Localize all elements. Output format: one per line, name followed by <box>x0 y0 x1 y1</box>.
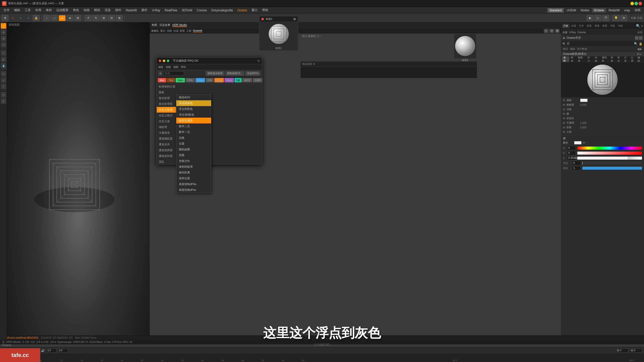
rrq-minimize-btn[interactable] <box>163 60 165 62</box>
menu-plugin2[interactable]: 插件 <box>139 8 149 13</box>
prop-lock-icon[interactable]: 🔒 <box>639 42 642 46</box>
menu-greyscale[interactable]: Greyscalegorilla <box>209 8 235 13</box>
menu-volume[interactable]: 体积 <box>44 8 54 13</box>
sidebar-cut[interactable]: ✂ <box>1 71 6 77</box>
rrq-tb-btn1[interactable]: ≡ <box>158 71 162 75</box>
sidebar-select[interactable]: ↗ <box>1 23 6 29</box>
menu-plugin[interactable]: 插件 <box>113 8 123 13</box>
toolbar-redo[interactable]: ↻ <box>92 15 99 21</box>
subtab-filter[interactable]: 过滤 <box>173 29 178 33</box>
right-nav-view3[interactable]: 查看 <box>601 24 609 28</box>
tab-hdr[interactable]: HDR Studio <box>172 23 187 27</box>
right-sub-create[interactable]: 创建 <box>562 31 568 34</box>
menu-render[interactable]: 渲染 <box>103 8 113 13</box>
dd-item-rel-dist[interactable]: 相对距离 <box>176 170 211 175</box>
v-input[interactable]: 0.954687 <box>567 156 576 160</box>
toolbar-renderreg[interactable]: ▷ <box>594 15 601 21</box>
mat-prev-close[interactable] <box>261 18 264 20</box>
tl-current-frame[interactable]: 0 F <box>58 349 68 352</box>
tl-btn-audio[interactable]: 🔊 <box>41 349 45 353</box>
sidebar-magnet[interactable]: ⊙ <box>1 92 6 98</box>
sidebar-rotate[interactable]: ↺ <box>1 42 6 48</box>
color-edit-icon[interactable]: ✏ <box>583 141 586 145</box>
rrq-menu-help[interactable]: 帮助 <box>181 65 186 69</box>
dd-item-gradient[interactable]: 渐变生成器 <box>176 118 211 123</box>
menu-redshift[interactable]: Redshift <box>124 8 139 13</box>
dd-item-float-color[interactable]: 浮点到彩色 <box>176 106 211 112</box>
dd-item-float3-color[interactable]: 浮点3到彩色 <box>176 112 211 118</box>
tab-render[interactable]: 渲染故事 <box>159 23 170 27</box>
maximize-button[interactable] <box>634 2 638 5</box>
subtab-redshift[interactable]: Redshift <box>193 29 202 32</box>
menu-octane2[interactable]: Octane <box>592 8 606 13</box>
toolbar-point[interactable]: ⊞ <box>74 15 81 21</box>
sidebar-bridge[interactable]: ⌇ <box>1 84 6 89</box>
sidebar-scale[interactable]: ⊞ <box>1 36 6 41</box>
menu-anim[interactable]: 动画 <box>632 8 642 13</box>
menu-corona[interactable]: Corona <box>195 8 209 13</box>
sky-lock-btn[interactable] <box>639 36 642 40</box>
tl-end-frame[interactable]: 90 F <box>615 349 628 352</box>
subtab-ray[interactable]: 光线 <box>167 29 172 33</box>
rrq-get-mat[interactable]: 获取激活材质 <box>206 71 224 76</box>
toolbar-z[interactable]: Z <box>25 15 32 21</box>
subtab-normal[interactable]: 法线 <box>594 57 600 62</box>
arrow-left[interactable]: ◀ <box>637 47 639 51</box>
menu-tools[interactable]: 工具 <box>23 8 33 13</box>
rrq-close-btn[interactable] <box>159 60 161 62</box>
sat-gradient-bar[interactable] <box>577 152 642 155</box>
toolbar-grid[interactable]: ⊞ <box>100 15 107 21</box>
mat-prev-dot[interactable] <box>293 18 296 20</box>
menu-simulate[interactable]: 模拟 <box>92 8 102 13</box>
subtab-project[interactable]: 工程 <box>186 29 191 33</box>
arrow-right[interactable]: ▶ <box>640 47 642 51</box>
toolbar-settings[interactable]: ⚙ <box>620 15 627 21</box>
rrq-render-aovs[interactable]: 渲染AOVs <box>245 71 260 76</box>
rrq-get-tag[interactable]: 获取标签/对... <box>225 71 244 76</box>
rrq-item-0[interactable]: 标准体积介质 <box>157 84 182 89</box>
dd-item-range[interactable]: 范围 <box>176 152 211 158</box>
dd-item-aov[interactable]: 插括AOV <box>176 95 211 100</box>
dd-item-surf-dpdv[interactable]: 表面切线dPdv <box>176 187 211 193</box>
sidebar-move[interactable]: ⊕ <box>1 29 6 35</box>
center-tb-btn3[interactable]: ⊞ <box>555 29 559 33</box>
right-sub-vray[interactable]: V-Ray <box>569 31 576 34</box>
subtab-display[interactable]: 显示 <box>160 29 165 33</box>
menu-nodes[interactable]: Nodes <box>579 8 591 13</box>
sidebar-smooth[interactable]: ◎ <box>1 98 6 104</box>
toolbar-x[interactable]: X <box>9 15 16 21</box>
tl-end-frame2[interactable]: 90 F <box>629 349 642 352</box>
right-nav-file[interactable]: 文件 <box>578 24 585 28</box>
rrq-tab-med[interactable]: Med <box>224 78 234 82</box>
center-tb-btn2[interactable]: ⊙ <box>549 29 554 33</box>
toolbar-scale[interactable]: □ <box>51 15 58 21</box>
filter-icon[interactable]: ≡ <box>641 24 643 28</box>
right-nav-sub[interactable]: 次级 <box>570 24 577 28</box>
rrq-tab-gen[interactable]: Gen <box>176 78 185 82</box>
right-sub-corona[interactable]: Corona <box>577 31 586 34</box>
rrq-tab-aov[interactable]: AOV <box>242 78 252 82</box>
subtab-opacity[interactable]: 透明度 <box>601 57 610 62</box>
toolbar-edge[interactable]: ◈ <box>66 15 73 21</box>
toolbar-undo[interactable]: ↺ <box>85 15 92 21</box>
rrq-menu-edit[interactable]: 编辑 <box>158 65 163 69</box>
dd-item-vol-tex[interactable]: 体积到纹理 <box>176 164 211 170</box>
rrq-search-input[interactable]: 搜索 <box>164 71 184 75</box>
subtab-surface[interactable]: 表面 <box>562 57 569 62</box>
menu-realflow[interactable]: RealFlow <box>163 8 179 13</box>
sidebar-eyedrop[interactable]: 💧 <box>1 63 6 68</box>
tl-start-frame[interactable]: 0 F <box>46 349 56 352</box>
dd-item-sample-pos[interactable]: 采样位置 <box>176 175 211 181</box>
dd-item-ray-dir[interactable]: 光线方向 <box>176 158 211 164</box>
search-icon[interactable]: 🔍 <box>636 24 640 28</box>
rrq-tab-uti[interactable]: Uti <box>234 78 242 82</box>
toolbar-rendervp[interactable]: 🎬 <box>602 15 609 21</box>
menu-vray2[interactable]: vray <box>622 8 632 13</box>
menu-character[interactable]: 角色 <box>71 8 81 13</box>
color-swatch[interactable] <box>574 141 582 145</box>
subtab-emit[interactable]: 发光 <box>617 57 623 62</box>
rrq-tab-oth[interactable]: Oth <box>206 78 214 82</box>
rrq-maximize-btn[interactable] <box>167 60 169 62</box>
rrq-tab-c4d[interactable]: C4D <box>253 78 262 82</box>
dd-item-math-bin[interactable]: 数学二元 <box>176 123 211 129</box>
